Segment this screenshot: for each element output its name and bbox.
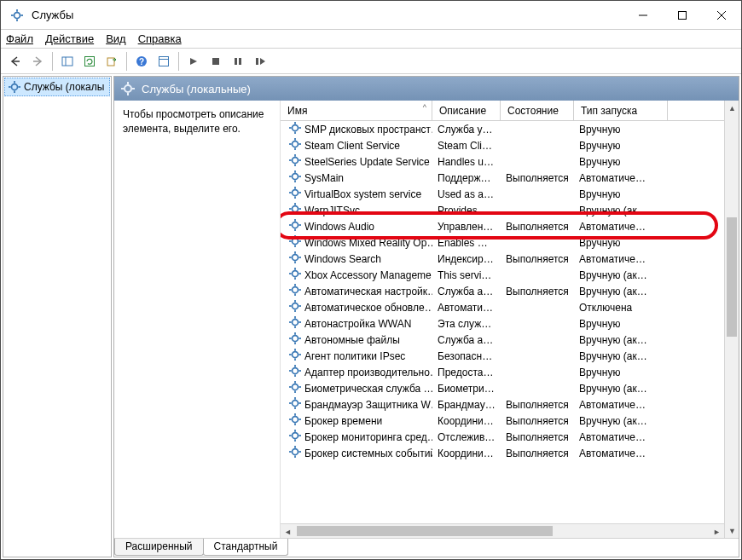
bottom-tabs: Расширенный Стандартный <box>114 538 739 557</box>
cell-description: Steam Clie… <box>432 140 501 152</box>
refresh-button[interactable] <box>79 51 100 72</box>
cell-startup: Автоматиче… <box>574 172 668 184</box>
gear-icon <box>289 251 301 266</box>
table-row[interactable]: Xbox Accessory Manageme…This servic…Вруч… <box>281 267 724 283</box>
cell-startup: Вручную (ак… <box>574 269 668 281</box>
table-row[interactable]: Автоматическое обновле…Автомати…Отключен… <box>281 299 724 315</box>
menu-file[interactable]: Файл <box>6 32 33 45</box>
gear-icon <box>289 219 301 234</box>
cell-startup: Вручную (ак… <box>574 205 668 216</box>
col-state[interactable]: Состояние <box>501 101 574 120</box>
vertical-scrollbar[interactable]: ▲ ▼ <box>724 101 739 538</box>
cell-description: Эта служб… <box>432 318 501 330</box>
cell-startup: Вручную (ак… <box>574 415 668 427</box>
table-row[interactable]: Адаптер производительно…Предостав…Вручну… <box>281 364 724 380</box>
svg-point-60 <box>293 206 299 212</box>
tab-standard[interactable]: Стандартный <box>203 539 289 556</box>
col-name[interactable]: Имя <box>281 101 432 120</box>
cell-startup: Автоматиче… <box>574 221 668 233</box>
table-row[interactable]: Windows AudioУправлен…ВыполняетсяАвтомат… <box>281 218 724 234</box>
pause-button[interactable] <box>228 51 248 72</box>
detail-header-label: Службы (локальные) <box>142 83 251 95</box>
cell-name: Биометрическая служба … <box>284 381 432 395</box>
scroll-h-thumb[interactable] <box>297 526 553 536</box>
svg-point-120 <box>293 401 299 407</box>
svg-point-75 <box>293 255 299 261</box>
tree-item-services-local[interactable]: Службы (локалы <box>4 78 110 96</box>
close-button[interactable] <box>702 1 741 29</box>
table-row[interactable]: Агент политики IPsecБезопасно…Вручную (а… <box>281 348 724 364</box>
forward-button[interactable] <box>27 51 48 72</box>
table-row[interactable]: WarpJITSvcProvides a…Вручную (ак… <box>281 202 724 218</box>
svg-point-35 <box>293 125 299 131</box>
svg-point-135 <box>293 449 299 455</box>
cell-name: Автономные файлы <box>284 332 432 347</box>
gear-icon <box>289 430 301 444</box>
menu-view[interactable]: Вид <box>106 32 126 45</box>
properties-button[interactable] <box>154 51 174 72</box>
menu-action[interactable]: Действие <box>45 32 94 45</box>
horizontal-scrollbar[interactable]: ◄ ► <box>281 523 724 538</box>
cell-startup: Вручную <box>574 318 668 330</box>
gear-icon <box>289 235 301 250</box>
table-row[interactable]: Windows SearchИндексиро…ВыполняетсяАвтом… <box>281 251 724 267</box>
table-row[interactable]: SysMainПоддержи…ВыполняетсяАвтоматиче… <box>281 170 724 186</box>
table-row[interactable]: Steam Client ServiceSteam Clie…Вручную <box>281 137 724 153</box>
scroll-left-button[interactable]: ◄ <box>281 524 295 538</box>
svg-rect-23 <box>256 58 258 65</box>
gear-icon <box>121 82 135 95</box>
stop-button[interactable] <box>206 51 226 72</box>
tab-extended[interactable]: Расширенный <box>114 539 204 556</box>
cell-name: Брокер времени <box>284 413 432 428</box>
scroll-up-button[interactable]: ▲ <box>725 101 739 115</box>
table-row[interactable]: Брандмауэр Защитника W…Брандмау…Выполняе… <box>281 396 724 413</box>
cell-description: Индексиро… <box>432 253 501 265</box>
cell-name: SMP дисковых пространст… <box>284 122 432 136</box>
table-row[interactable]: Автономные файлыСлужба ав…Вручную (ак… <box>281 332 724 348</box>
cell-state: Выполняется <box>501 431 574 443</box>
cell-description: Автомати… <box>432 302 501 314</box>
gear-icon <box>289 365 301 379</box>
gear-icon <box>289 203 301 217</box>
table-row[interactable]: SteelSeries Update ServiceHandles u…Вруч… <box>281 153 724 170</box>
tree-pane[interactable]: Службы (локалы <box>3 76 112 557</box>
maximize-button[interactable] <box>663 1 702 29</box>
svg-point-50 <box>293 174 299 180</box>
start-button[interactable] <box>183 51 204 72</box>
col-description[interactable]: Описание <box>432 101 501 120</box>
cell-description: Управлен… <box>432 221 501 233</box>
table-row[interactable]: Брокер времениКоордини…ВыполняетсяВручну… <box>281 413 724 429</box>
service-rows[interactable]: SMP дисковых пространст…Служба уз…Вручну… <box>281 121 724 523</box>
scroll-v-thumb[interactable] <box>727 217 737 337</box>
menu-help[interactable]: Справка <box>138 32 182 45</box>
scroll-down-button[interactable]: ▼ <box>725 523 739 538</box>
cell-description: Безопасно… <box>432 350 501 362</box>
export-button[interactable] <box>101 51 122 72</box>
back-button[interactable] <box>5 51 26 72</box>
help-button[interactable]: ? <box>131 51 152 72</box>
table-row[interactable]: Windows Mixed Reality Op…Enables Mi…Вруч… <box>281 234 724 251</box>
minimize-button[interactable] <box>623 1 663 29</box>
table-row[interactable]: Брокер мониторинга сред…Отслежива…Выполн… <box>281 429 724 445</box>
gear-icon <box>289 268 301 282</box>
show-hide-tree-button[interactable] <box>57 51 78 72</box>
table-row[interactable]: SMP дисковых пространст…Служба уз…Вручну… <box>281 121 724 137</box>
svg-point-115 <box>293 384 299 390</box>
svg-point-25 <box>12 84 18 90</box>
table-row[interactable]: Автоматическая настройк…Служба ав…Выполн… <box>281 283 724 299</box>
cell-name: Адаптер производительно… <box>284 365 432 379</box>
table-row[interactable]: VirtualBox system serviceUsed as a …Вруч… <box>281 186 724 202</box>
col-startup[interactable]: Тип запуска <box>574 101 668 120</box>
cell-startup: Автоматиче… <box>574 431 668 443</box>
main-area: Службы (локалы Службы (локальные) Чтобы … <box>1 74 741 559</box>
table-row[interactable]: Брокер системных событийКоордини…Выполня… <box>281 445 724 461</box>
scroll-right-button[interactable]: ► <box>710 524 724 538</box>
table-row[interactable]: Биометрическая служба …Биометри…Вручную … <box>281 380 724 396</box>
table-row[interactable]: Автонастройка WWANЭта служб…Вручную <box>281 315 724 332</box>
svg-point-65 <box>293 222 299 228</box>
cell-description: Координи… <box>432 415 501 427</box>
cell-state: Выполняется <box>501 221 574 233</box>
svg-point-90 <box>293 303 299 309</box>
restart-button[interactable] <box>250 51 270 72</box>
gear-icon <box>289 170 301 185</box>
